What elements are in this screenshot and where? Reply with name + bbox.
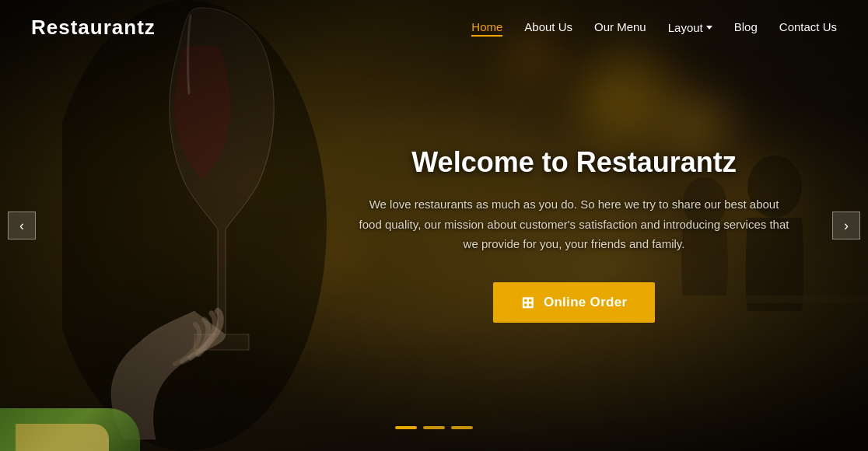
- chevron-down-icon: [706, 26, 712, 30]
- nav-item-home[interactable]: Home: [471, 20, 502, 34]
- carousel-dot-2[interactable]: [423, 426, 445, 429]
- nav-link-blog[interactable]: Blog: [734, 20, 758, 33]
- carousel-dot-1[interactable]: [395, 426, 417, 429]
- nav-links: Home About Us Our Menu Layout Blog Conta…: [471, 20, 837, 34]
- nav-item-menu[interactable]: Our Menu: [594, 20, 646, 34]
- navbar: Restaurantz Home About Us Our Menu Layou…: [0, 0, 868, 54]
- carousel-prev-button[interactable]: ‹: [8, 212, 36, 239]
- order-icon: ⊞: [521, 293, 534, 312]
- nav-item-contact[interactable]: Contact Us: [779, 20, 837, 34]
- brand-logo[interactable]: Restaurantz: [31, 16, 156, 40]
- carousel-next-button[interactable]: ›: [832, 212, 860, 239]
- nav-link-about[interactable]: About Us: [524, 20, 572, 33]
- nav-link-home[interactable]: Home: [471, 20, 502, 37]
- hero-content: Welcome to Restaurantz We love restauran…: [341, 146, 807, 323]
- hero-subtitle: We love restaurants as much as you do. S…: [356, 194, 792, 254]
- left-arrow-icon: ‹: [19, 218, 24, 234]
- hero-section: Restaurantz Home About Us Our Menu Layou…: [0, 0, 868, 451]
- order-button-label: Online Order: [544, 295, 628, 310]
- hero-title: Welcome to Restaurantz: [341, 146, 807, 179]
- nav-item-layout[interactable]: Layout: [668, 21, 712, 34]
- nav-link-contact[interactable]: Contact Us: [779, 20, 837, 33]
- right-arrow-icon: ›: [844, 218, 849, 234]
- online-order-button[interactable]: ⊞ Online Order: [493, 282, 656, 323]
- food-decoration-2: [16, 424, 109, 451]
- carousel-dot-3[interactable]: [451, 426, 473, 429]
- nav-link-menu[interactable]: Our Menu: [594, 20, 646, 33]
- nav-item-about[interactable]: About Us: [524, 20, 572, 34]
- nav-link-layout[interactable]: Layout: [668, 21, 712, 34]
- carousel-dots: [395, 426, 473, 429]
- nav-item-blog[interactable]: Blog: [734, 20, 758, 34]
